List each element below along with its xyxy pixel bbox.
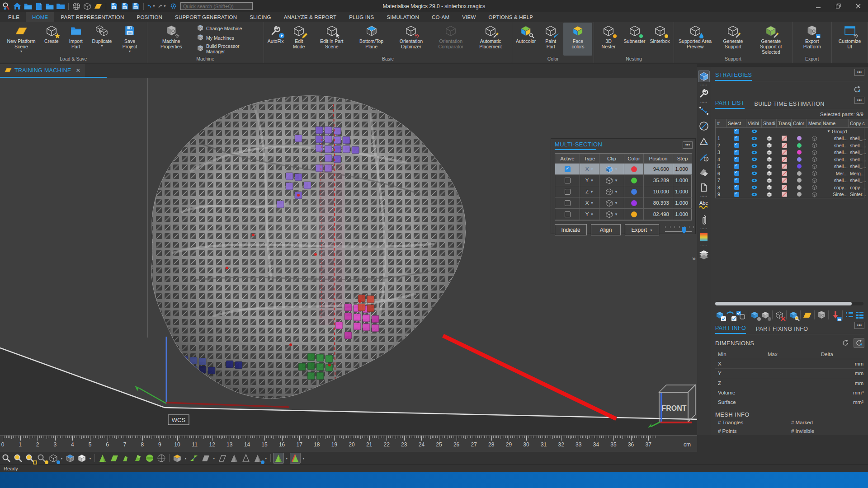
part-memo-icon[interactable]	[807, 135, 821, 142]
ribbon-button-subnester[interactable]: Subnester	[622, 23, 648, 56]
ribbon-button-change-machine[interactable]: Change Machine	[197, 24, 259, 33]
menu-tab-view[interactable]: VIEW	[456, 12, 482, 22]
ribbon-button-build-processor-manager[interactable]: Build Processor Manager	[197, 43, 259, 54]
section-color-swatch[interactable]	[624, 209, 644, 220]
view-cube-tool[interactable]	[698, 70, 710, 82]
align-button[interactable]: Align	[591, 224, 621, 235]
menu-tab-part-representation[interactable]: PART REPRESENTATION	[54, 12, 130, 22]
part-transparency-icon[interactable]	[777, 170, 792, 177]
part-select-checkbox[interactable]	[726, 184, 746, 191]
section-axis-select[interactable]: X▼	[580, 197, 599, 209]
save-all-icon[interactable]	[131, 2, 140, 11]
section-step-value[interactable]: 1.000	[673, 186, 692, 197]
ribbon-button-face-colors[interactable]: Face colors	[563, 23, 592, 56]
ribbon-button-export-platform[interactable]: Export Platform	[794, 23, 830, 56]
part-name[interactable]: Mer...	[821, 170, 849, 177]
section-step-value[interactable]: 1.000	[673, 175, 692, 186]
part-select-checkbox[interactable]	[726, 135, 746, 142]
part-list-menu-button[interactable]: •••	[854, 97, 864, 104]
section-color-swatch[interactable]	[624, 175, 644, 186]
panel-collapse-icon[interactable]: »	[692, 254, 696, 262]
part-shading-icon[interactable]	[762, 163, 777, 170]
part-copy-name[interactable]: Merg...	[849, 170, 868, 177]
part-select-checkbox[interactable]	[726, 142, 746, 149]
menu-tab-position[interactable]: POSITION	[131, 12, 169, 22]
part-visible-icon[interactable]	[746, 191, 762, 198]
section-clip-select[interactable]: ▼	[599, 186, 624, 197]
triangle-select-button[interactable]	[252, 453, 263, 464]
checkbox-icon[interactable]	[565, 211, 571, 217]
layers-tool[interactable]	[698, 249, 710, 260]
section-position-value[interactable]: 35.289	[644, 175, 673, 186]
ribbon-button-machine-properties[interactable]: Machine Properties	[149, 23, 194, 56]
dimensions-auto-refresh-button[interactable]	[854, 338, 864, 348]
section-active-checkbox[interactable]	[555, 186, 580, 197]
checkbox-icon[interactable]	[565, 178, 571, 183]
wireframe-view-button[interactable]	[156, 453, 167, 464]
ribbon-button-generate-support-of-selected[interactable]: Generate Support of Selected	[751, 23, 791, 56]
part-memo-icon[interactable]	[807, 170, 821, 177]
section-position-value[interactable]: 80.393	[644, 197, 673, 209]
ribbon-button-my-machines[interactable]: My Machines	[197, 34, 259, 42]
delete-part-icon[interactable]	[775, 310, 784, 320]
zoom-fit-button[interactable]	[1, 453, 12, 464]
ribbon-button-3d-nester[interactable]: 3D Nester	[595, 23, 621, 56]
part-name[interactable]: copy...	[821, 184, 849, 191]
strategies-menu-button[interactable]: •••	[854, 69, 864, 76]
viewport-3d[interactable]: WCSFRONT » MULTI-SECTION ••• ActiveTypeC…	[0, 67, 697, 435]
ribbon-button-paint-part[interactable]: Paint Part	[538, 23, 563, 56]
section-active-checkbox[interactable]	[555, 175, 580, 186]
section-axis-select[interactable]: X▼	[580, 164, 599, 175]
part-visible-icon[interactable]	[746, 177, 762, 184]
section-clip-select[interactable]: ▼	[599, 175, 624, 186]
part-shading-icon[interactable]	[762, 184, 777, 191]
ribbon-button-save-project[interactable]: Save Project▼	[114, 23, 145, 56]
front-view-button[interactable]	[97, 453, 108, 464]
right-view-button[interactable]	[132, 453, 143, 464]
group-visible-icon[interactable]	[746, 128, 762, 135]
section-active-checkbox[interactable]	[555, 197, 580, 209]
part-color-swatch[interactable]	[792, 149, 807, 156]
wireframe-sphere-icon[interactable]	[72, 2, 81, 11]
ribbon-button-orientation-optimizer[interactable]: Orientation Optimizer	[392, 23, 431, 56]
part-transparency-icon[interactable]	[777, 156, 792, 163]
menu-tab-co-am[interactable]: CO-AM	[425, 12, 456, 22]
part-shading-icon[interactable]	[762, 142, 777, 149]
part-name[interactable]: shell...	[821, 149, 849, 156]
invert-selection-icon[interactable]	[736, 310, 745, 320]
section-active-checkbox[interactable]	[555, 164, 580, 175]
part-color-swatch[interactable]	[792, 156, 807, 163]
section-step-value[interactable]: 1.000	[673, 197, 692, 209]
align-planes-tool[interactable]	[698, 166, 710, 178]
part-copy-name[interactable]: shell_...	[849, 135, 868, 142]
duplicate-part-icon[interactable]	[45, 2, 54, 11]
menu-tab-home[interactable]: HOME	[26, 12, 54, 22]
dimensions-refresh-icon[interactable]	[840, 338, 851, 348]
restore-button[interactable]	[828, 0, 848, 12]
part-copy-name[interactable]: shell_...	[849, 163, 868, 170]
attachment-tool[interactable]	[698, 214, 710, 226]
measure-distance-tool[interactable]	[698, 105, 710, 117]
view-cube-button[interactable]	[48, 453, 59, 464]
ribbon-button-edit-mode[interactable]: Edit Mode	[286, 23, 312, 56]
part-transparency-icon[interactable]	[777, 142, 792, 149]
part-select-checkbox[interactable]	[726, 170, 746, 177]
measure-diameter-tool[interactable]	[698, 120, 710, 132]
close-button[interactable]	[848, 0, 868, 12]
zoom-window-button[interactable]	[24, 453, 35, 464]
section-color-swatch[interactable]	[624, 186, 644, 197]
left-view-button[interactable]	[121, 453, 132, 464]
wireframe-cube-icon[interactable]	[83, 2, 92, 11]
wrench-tool[interactable]	[698, 88, 710, 99]
part-visible-icon[interactable]	[746, 142, 762, 149]
section-clip-select[interactable]: ▼	[599, 197, 624, 209]
part-transparency-icon[interactable]	[777, 184, 792, 191]
dropdown-caret-icon[interactable]: ▼	[89, 457, 92, 460]
part-select-checkbox[interactable]	[726, 163, 746, 170]
part-name[interactable]: Sinte...	[821, 191, 849, 198]
export-selected-icon[interactable]	[831, 310, 840, 320]
part-memo-icon[interactable]	[807, 163, 821, 170]
plane-fit-button[interactable]	[217, 453, 228, 464]
scene-tab-training-machine[interactable]: TRAINING MACHINE ✕	[0, 64, 85, 77]
part-visible-icon[interactable]	[746, 163, 762, 170]
